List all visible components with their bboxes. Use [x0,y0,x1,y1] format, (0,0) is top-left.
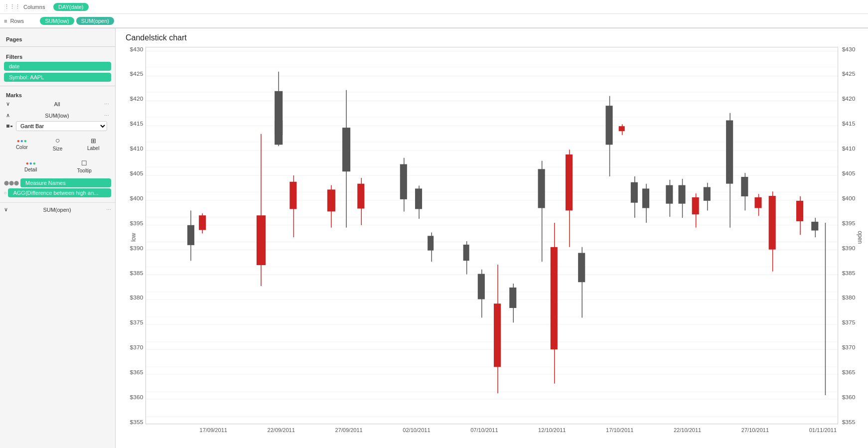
svg-rect-74 [289,182,296,209]
svg-rect-112 [666,185,673,204]
detail-icon: ●●● [26,160,36,166]
svg-text:$360: $360 [842,394,856,401]
svg-rect-110 [642,188,649,208]
label-label: Label [87,146,99,151]
sum-open-row[interactable]: ∨ SUM(open) ⋯ [2,205,113,214]
svg-rect-100 [566,154,573,210]
svg-text:$390: $390 [842,245,856,252]
svg-text:$415: $415 [130,120,144,127]
svg-rect-92 [494,303,501,367]
svg-text:$360: $360 [130,394,144,401]
rows-icon: ≡ [4,18,7,24]
svg-rect-118 [704,187,711,200]
svg-text:22/10/2011: 22/10/2011 [674,428,701,434]
label-button[interactable]: ⊞ Label [75,134,111,153]
all-options-icon[interactable]: ⋯ [104,101,109,107]
svg-rect-0 [6,125,9,128]
svg-rect-116 [692,197,699,214]
svg-text:22/09/2011: 22/09/2011 [268,428,295,434]
all-row[interactable]: ∨ All ⋯ [4,99,111,109]
svg-rect-67 [199,215,206,230]
gantt-bar-icon [6,123,14,129]
svg-rect-120 [726,120,733,183]
svg-text:$365: $365 [130,369,144,376]
color-label: Color [16,145,28,150]
detail-button[interactable]: ●●● Detail [4,157,58,175]
size-icon: ○ [55,136,60,145]
sum-low-options-icon[interactable]: ⋯ [104,113,109,118]
chart-area: Candelstick chart $430 $425 $420 $415 $4… [116,28,868,448]
svg-rect-122 [741,177,748,196]
svg-text:$405: $405 [842,170,856,177]
svg-text:17/10/2011: 17/10/2011 [606,428,633,434]
sum-low-row[interactable]: ∧ SUM(low) ⋯ [4,111,111,120]
svg-rect-130 [811,222,818,231]
svg-text:$380: $380 [130,295,144,301]
svg-rect-78 [342,128,350,171]
filters-section-title: Filters [0,52,115,61]
svg-rect-86 [428,236,434,250]
svg-rect-124 [754,197,761,208]
marks-label: Marks [6,92,22,98]
svg-rect-94 [509,288,516,308]
svg-text:$410: $410 [842,145,856,152]
columns-shelf: ⋮⋮⋮ Columns DAY(date) [0,0,868,14]
all-chevron: ∨ [6,101,10,107]
svg-rect-84 [415,188,422,209]
filters-divider [0,86,115,86]
svg-rect-102 [578,253,585,283]
main-area: Pages Filters date Symbol: AAPL Marks ∨ … [0,28,868,448]
svg-text:$395: $395 [130,220,144,227]
svg-rect-72 [275,120,283,145]
top-bar: ⋮⋮⋮ Columns DAY(date) ≡ Rows SUM(low) SU… [0,0,868,28]
svg-text:$400: $400 [842,195,856,202]
svg-text:07/10/2011: 07/10/2011 [470,428,498,434]
pages-divider [0,46,115,47]
svg-text:$415: $415 [842,120,856,127]
color-button[interactable]: ●●● Color [4,134,40,153]
measure-names-pill[interactable]: Measure Names [20,178,111,187]
svg-text:$370: $370 [130,344,144,351]
svg-text:17/09/2011: 17/09/2011 [200,428,227,434]
rows-sum-low-pill[interactable]: SUM(low) [40,17,74,25]
svg-text:$430: $430 [130,46,144,53]
svg-rect-96 [538,169,545,208]
columns-day-date-pill[interactable]: DAY(date) [53,3,89,11]
mark-type-select[interactable]: Gantt Bar [16,121,107,131]
sidebar: Pages Filters date Symbol: AAPL Marks ∨ … [0,28,116,448]
all-label: All [54,101,60,107]
chart-title: Candelstick chart [116,28,868,42]
svg-rect-90 [478,274,485,299]
tooltip-button[interactable]: ☐ Tooltip [58,157,112,175]
sum-low-chevron: ∧ [6,112,10,119]
svg-rect-82 [400,164,407,199]
svg-text:$385: $385 [842,270,856,277]
svg-rect-126 [769,196,776,250]
svg-rect-65 [187,225,194,245]
filter-symbol-pill[interactable]: Symbol: AAPL [4,73,111,82]
color-icon: ●●● [17,138,27,144]
svg-text:$375: $375 [842,319,856,326]
svg-text:$365: $365 [842,369,856,376]
svg-rect-128 [796,201,803,221]
svg-text:$425: $425 [130,71,144,78]
sum-open-chevron: ∨ [4,206,8,213]
svg-rect-69 [257,215,266,265]
sum-open-options-icon[interactable]: ⋯ [106,207,111,212]
rows-sum-open-pill[interactable]: SUM(open) [76,17,114,25]
candelstick-chart-svg: $430 $425 $420 $415 $410 $405 $400 $395 … [116,42,868,442]
svg-rect-88 [463,245,469,261]
sum-low-label: SUM(low) [45,113,69,119]
label-icon: ⊞ [91,137,96,145]
sum-open-section: ∨ SUM(open) ⋯ [0,202,115,216]
size-button[interactable]: ○ Size [40,134,76,153]
svg-text:open: open [857,231,864,244]
svg-text:12/10/2011: 12/10/2011 [538,428,566,434]
pages-section-title: Pages [0,34,115,43]
svg-text:$370: $370 [842,344,856,351]
agg-pill[interactable]: AGG(Difference between high an... [8,188,111,197]
filter-date-pill[interactable]: date [4,62,111,71]
svg-rect-98 [551,247,558,349]
svg-rect-1 [10,126,12,127]
marks-buttons-row: ●●● Color ○ Size ⊞ Label [4,132,111,155]
